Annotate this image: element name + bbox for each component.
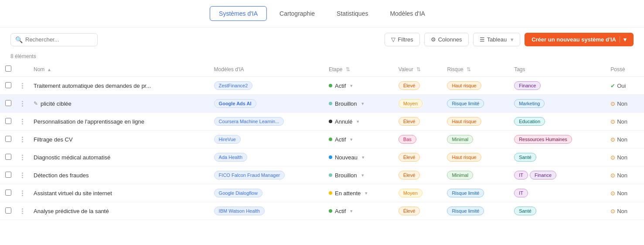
row-valeur-badge: Élevé	[399, 171, 420, 179]
row-modele-cell: Google Ads AI	[209, 95, 324, 113]
row-etape-cell: Nouveau▾	[324, 148, 393, 166]
header-nom[interactable]: Nom ▴	[28, 62, 209, 77]
row-checkbox-3[interactable]	[5, 136, 11, 142]
row-checkbox-5[interactable]	[5, 172, 11, 178]
dots-menu-icon[interactable]	[22, 101, 23, 107]
etape-chevron-icon[interactable]: ▾	[350, 137, 353, 142]
etape-chevron-icon[interactable]: ▾	[362, 155, 365, 160]
row-etape: Brouillon	[335, 172, 357, 179]
count-row: 8 éléments	[0, 52, 644, 62]
warn-icon: ⊙	[610, 190, 615, 197]
header-possede[interactable]: Possè	[605, 62, 644, 77]
tab-modeles[interactable]: Modèles d'IA	[381, 6, 434, 21]
table-row: Filtrage des CVHireVueActif▾BasMinimalRe…	[0, 131, 644, 148]
row-valeur-cell: Élevé	[393, 166, 442, 184]
row-nom-cell: ✎plicité ciblée	[28, 95, 209, 113]
tableau-label: Tableau	[487, 36, 507, 43]
row-checkbox-1[interactable]	[5, 100, 11, 106]
sort-risque-icon: ⇅	[467, 66, 471, 72]
header-checkbox-cell[interactable]	[0, 62, 17, 77]
row-checkbox-4[interactable]	[5, 154, 11, 160]
row-etape: Annulé	[335, 118, 352, 125]
dots-menu-icon[interactable]	[22, 173, 23, 178]
dots-menu-icon[interactable]	[22, 190, 23, 196]
row-tags-cell: Santé	[509, 148, 605, 166]
row-tags-cell: Ressources Humaines	[509, 131, 605, 148]
table-wrapper: Nom ▴ Modèles d'IA Etape ⇅ Valeur ⇅ Risq…	[0, 62, 644, 220]
row-checkbox-2[interactable]	[5, 118, 11, 124]
etape-chevron-icon[interactable]: ▾	[365, 190, 368, 196]
row-checkbox-7[interactable]	[5, 207, 11, 214]
row-possede: Non	[617, 100, 627, 107]
row-menu-cell[interactable]	[17, 77, 28, 95]
row-modele-cell: IBM Watson Health	[209, 202, 324, 220]
create-button[interactable]: Créer un nouveau système d'IA ▾	[525, 33, 634, 46]
row-menu-cell[interactable]	[17, 95, 28, 113]
edit-icon[interactable]: ✎	[34, 100, 38, 107]
sort-etape-icon: ⇅	[346, 66, 350, 72]
row-risque-badge: Haut risque	[447, 117, 481, 126]
row-etape-cell: En attente▾	[324, 184, 393, 202]
tab-systemes[interactable]: Systèmes d'IA	[210, 6, 267, 21]
row-possede: Oui	[617, 83, 626, 89]
row-valeur-badge: Élevé	[399, 207, 420, 215]
header-etape[interactable]: Etape ⇅	[324, 62, 393, 77]
row-modele-cell: Ada Health	[209, 148, 324, 166]
row-valeur-badge: Moyen	[399, 189, 423, 197]
colonnes-button[interactable]: ⚙ Colonnes	[424, 33, 469, 46]
row-valeur-badge: Élevé	[399, 153, 420, 162]
header-tags[interactable]: Tags	[509, 62, 605, 77]
row-etape: En attente	[335, 190, 361, 197]
row-menu-cell[interactable]	[17, 184, 28, 202]
row-valeur-cell: Moyen	[393, 95, 442, 113]
warn-icon: ⊙	[610, 172, 615, 179]
row-menu-cell[interactable]	[17, 166, 28, 184]
search-input[interactable]	[25, 36, 93, 43]
tableau-icon: ☰	[480, 36, 485, 43]
row-tag-badge: Ressources Humaines	[514, 135, 572, 144]
colonnes-icon: ⚙	[431, 36, 436, 43]
header-valeur[interactable]: Valeur ⇅	[393, 62, 442, 77]
etape-chevron-icon[interactable]: ▾	[361, 173, 364, 178]
dots-menu-icon[interactable]	[22, 208, 23, 214]
row-menu-cell[interactable]	[17, 131, 28, 148]
row-tags-cell: Santé	[509, 202, 605, 220]
etape-chevron-icon[interactable]: ▾	[357, 119, 359, 124]
sort-valeur-icon: ⇅	[416, 66, 421, 72]
row-menu-cell[interactable]	[17, 113, 28, 131]
row-valeur-cell: Élevé	[393, 113, 442, 131]
row-modele-badge: HireVue	[214, 135, 241, 144]
header-risque[interactable]: Risque ⇅	[442, 62, 509, 77]
create-caret-icon: ▾	[620, 36, 627, 43]
tab-statistiques[interactable]: Statistiques	[327, 6, 377, 21]
search-box[interactable]: 🔍	[10, 33, 98, 46]
dots-menu-icon[interactable]	[22, 137, 23, 142]
row-risque-badge: Minimal	[447, 135, 473, 144]
select-all-checkbox[interactable]	[5, 66, 11, 72]
etape-dot-icon	[329, 102, 332, 105]
row-modele-badge: IBM Watson Health	[214, 207, 265, 215]
header-modeles[interactable]: Modèles d'IA	[209, 62, 324, 77]
row-tag-badge: Finance	[514, 81, 541, 90]
row-risque-cell: Haut risque	[442, 148, 509, 166]
row-menu-cell[interactable]	[17, 148, 28, 166]
row-valeur-badge: Moyen	[399, 99, 423, 108]
etape-chevron-icon[interactable]: ▾	[350, 208, 353, 214]
colonnes-label: Colonnes	[438, 36, 462, 43]
row-checkbox-0[interactable]	[5, 82, 11, 88]
row-nom-cell: Détection des fraudes	[28, 166, 209, 184]
etape-chevron-icon[interactable]: ▾	[350, 83, 353, 89]
dots-menu-icon[interactable]	[22, 155, 23, 160]
row-tag-badge: IT	[514, 189, 528, 197]
main-table: Nom ▴ Modèles d'IA Etape ⇅ Valeur ⇅ Risq…	[0, 62, 644, 220]
tableau-button[interactable]: ☰ Tableau ▾	[473, 33, 521, 46]
dots-menu-icon[interactable]	[22, 119, 23, 124]
row-nom-cell: Diagnostic médical automatisé	[28, 148, 209, 166]
row-menu-cell[interactable]	[17, 202, 28, 220]
dots-menu-icon[interactable]	[22, 83, 23, 89]
tab-cartographie[interactable]: Cartographie	[270, 6, 324, 21]
table-row: ✎plicité cibléeGoogle Ads AIBrouillon▾Mo…	[0, 95, 644, 113]
row-checkbox-6[interactable]	[5, 190, 11, 196]
etape-chevron-icon[interactable]: ▾	[361, 101, 364, 107]
filtres-button[interactable]: ▽ Filtres	[385, 33, 419, 46]
